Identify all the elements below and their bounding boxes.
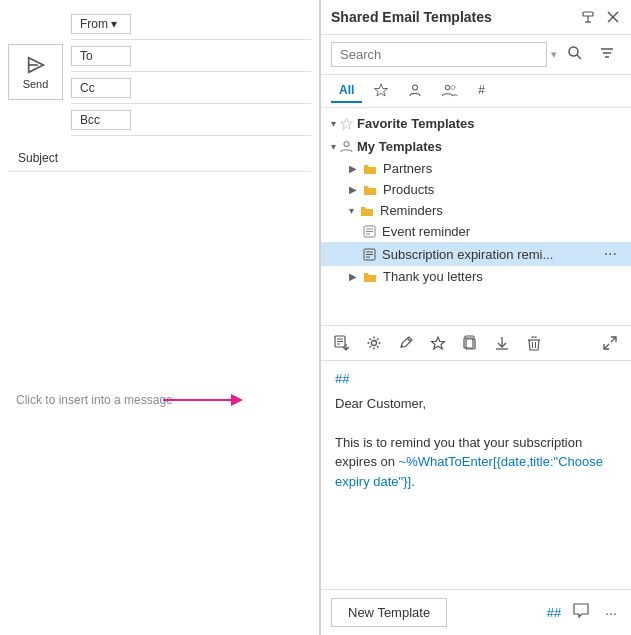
bcc-button[interactable]: Bcc — [71, 110, 131, 130]
send-button[interactable]: Send — [8, 44, 63, 100]
bcc-input[interactable] — [131, 110, 311, 129]
period-text: . — [411, 474, 415, 489]
new-template-button[interactable]: New Template — [331, 598, 447, 627]
favorite-templates-header[interactable]: ▾ Favorite Templates — [321, 112, 631, 135]
expand-icon — [602, 335, 618, 351]
thankyou-label: Thank you letters — [383, 269, 483, 284]
edit-icon — [398, 335, 414, 351]
folder-icon-partners — [363, 163, 377, 175]
panel-header: Shared Email Templates — [321, 0, 631, 35]
pin-icon — [581, 10, 595, 24]
subscription-label: Subscription expiration remi... — [382, 247, 553, 262]
subject-input[interactable] — [68, 148, 311, 167]
insert-icon — [334, 335, 350, 351]
partners-chevron: ▶ — [349, 163, 357, 174]
from-button[interactable]: From ▾ — [71, 14, 131, 34]
subject-label: Subject — [8, 149, 68, 167]
to-label: To — [80, 49, 93, 63]
svg-marker-3 — [231, 394, 243, 406]
download-icon — [494, 335, 510, 351]
filter-icon — [599, 45, 615, 61]
folder-icon-thankyou — [363, 271, 377, 283]
star-icon — [430, 335, 446, 351]
cc-button[interactable]: Cc — [71, 78, 131, 98]
preview-hash: ## — [335, 371, 617, 386]
template-event-reminder[interactable]: Event reminder — [321, 221, 631, 242]
folder-products[interactable]: ▶ Products — [321, 179, 631, 200]
my-templates-label: My Templates — [357, 139, 442, 154]
compose-toolbar: Send From ▾ To Cc — [8, 8, 311, 136]
folder-icon-products — [363, 184, 377, 196]
svg-line-43 — [611, 337, 616, 342]
search-input[interactable] — [331, 42, 547, 67]
favorite-button[interactable] — [427, 332, 449, 354]
folder-icon-reminders — [360, 205, 374, 217]
person-icon — [408, 83, 422, 97]
people-icon — [442, 83, 458, 97]
folder-thankyou[interactable]: ▶ Thank you letters — [321, 266, 631, 287]
bottom-more-button[interactable]: ··· — [601, 603, 621, 623]
edit-button[interactable] — [395, 332, 417, 354]
preview-area: ## Dear Customer, This is to remind you … — [321, 361, 631, 590]
tab-hash[interactable]: # — [470, 79, 493, 103]
bottom-more-icon: ··· — [605, 605, 617, 621]
my-templates-header[interactable]: ▾ My Templates — [321, 135, 631, 158]
close-button[interactable] — [605, 9, 621, 25]
template-icon-subscription — [363, 248, 376, 261]
tabs-row: All # — [321, 75, 631, 108]
preview-text: Dear Customer, This is to remind you tha… — [335, 394, 617, 492]
from-input[interactable] — [131, 14, 311, 33]
reminders-label: Reminders — [380, 203, 443, 218]
search-bar: ▾ — [321, 35, 631, 75]
bottom-chat-button[interactable] — [569, 601, 593, 624]
close-icon — [607, 11, 619, 23]
tab-all[interactable]: All — [331, 79, 362, 103]
compose-body: Click to insert into a message — [8, 172, 311, 627]
filter-button[interactable] — [593, 41, 621, 68]
template-more-button[interactable]: ··· — [600, 245, 621, 263]
svg-marker-18 — [341, 118, 353, 130]
tab-favorites[interactable] — [366, 79, 396, 103]
svg-rect-4 — [583, 12, 593, 16]
from-label: From — [80, 17, 108, 31]
cc-input[interactable] — [131, 78, 311, 97]
to-input[interactable] — [131, 46, 311, 65]
cc-label: Cc — [80, 81, 95, 95]
tab-personal[interactable] — [400, 79, 430, 103]
folder-partners[interactable]: ▶ Partners — [321, 158, 631, 179]
partners-label: Partners — [383, 161, 432, 176]
bcc-row: Bcc — [71, 104, 311, 136]
star-tab-icon — [374, 83, 388, 97]
send-label: Send — [23, 78, 49, 90]
template-subscription[interactable]: Subscription expiration remi... ··· — [321, 242, 631, 266]
pin-button[interactable] — [579, 8, 597, 26]
cc-row: Cc — [71, 72, 311, 104]
copy-button[interactable] — [459, 332, 481, 354]
svg-point-32 — [372, 340, 377, 345]
bcc-label: Bcc — [80, 113, 100, 127]
products-label: Products — [383, 182, 434, 197]
favorite-star-icon — [340, 117, 353, 130]
folder-reminders[interactable]: ▾ Reminders — [321, 200, 631, 221]
favorite-chevron: ▾ — [331, 118, 336, 129]
svg-point-19 — [344, 142, 349, 147]
reminders-chevron: ▾ — [349, 205, 354, 216]
my-templates-chevron: ▾ — [331, 141, 336, 152]
event-reminder-label: Event reminder — [382, 224, 470, 239]
panel-controls — [579, 8, 621, 26]
delete-icon — [526, 335, 542, 351]
search-button[interactable] — [561, 41, 589, 68]
svg-point-15 — [413, 85, 418, 90]
from-row: From ▾ — [71, 8, 311, 40]
insert-button[interactable] — [331, 332, 353, 354]
tab-shared[interactable] — [434, 79, 466, 103]
my-templates-person-icon — [340, 140, 353, 153]
delete-button[interactable] — [523, 332, 545, 354]
copy-icon — [462, 335, 478, 351]
expand-button[interactable] — [599, 332, 621, 354]
panel-title: Shared Email Templates — [331, 9, 492, 25]
to-button[interactable]: To — [71, 46, 131, 66]
svg-point-16 — [446, 85, 450, 89]
settings-button[interactable] — [363, 332, 385, 354]
download-button[interactable] — [491, 332, 513, 354]
